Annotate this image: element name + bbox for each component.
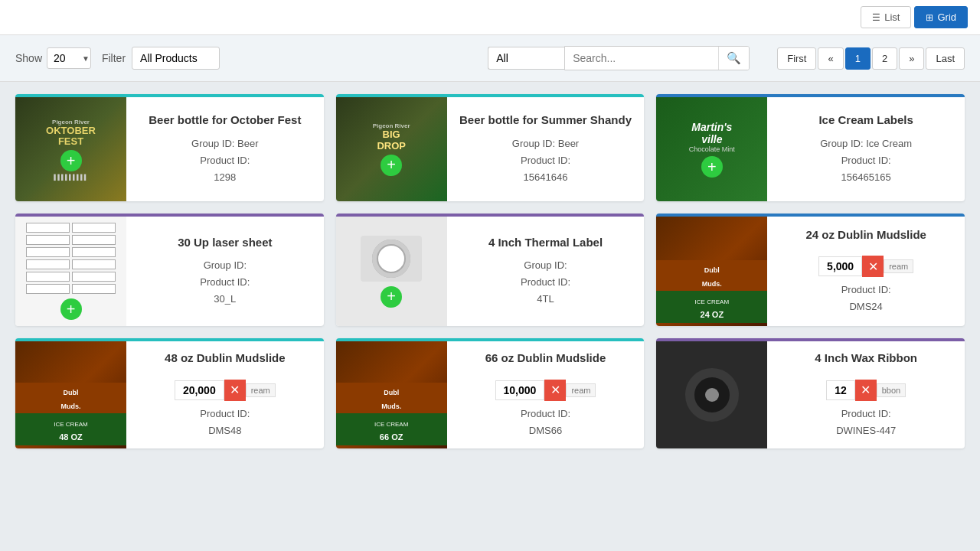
product-info-p9: 4 Inch Wax Ribbon 12 ✕ bbon Product ID: … [767, 341, 965, 448]
product-info-p8: 66 oz Dublin Mudslide 10,000 ✕ ream Prod… [447, 341, 645, 448]
grid-icon: ⊞ [926, 12, 933, 23]
product-title: 48 oz Dublin Mudslide [137, 350, 313, 366]
product-meta: Group ID: Product ID: 30_L [137, 257, 313, 308]
product-card-p9: 4 Inch Wax Ribbon 12 ✕ bbon Product ID: … [656, 338, 965, 448]
product-card-p3: Martin'sville Chocolate Mint + Ice Cream… [656, 94, 965, 201]
product-info-p5: 4 Inch Thermal Label Group ID: Product I… [447, 217, 645, 326]
product-card-p4: + 30 Up laser sheet Group ID: Product ID… [15, 214, 324, 326]
search-button[interactable]: 🔍 [718, 47, 749, 70]
show-select-group: Show 20 10 50 100 ▼ [15, 47, 90, 69]
remove-cart-button[interactable]: ✕ [862, 256, 884, 277]
product-title: Beer bottle for Summer Shandy [458, 112, 634, 128]
search-input-wrap: 🔍 [564, 46, 750, 70]
first-page-button[interactable]: First [777, 47, 816, 70]
remove-cart-button[interactable]: ✕ [855, 380, 877, 401]
product-image-p4: + [15, 217, 126, 326]
product-info-p7: 48 oz Dublin Mudslide 20,000 ✕ ream Prod… [126, 341, 324, 448]
show-select[interactable]: 20 10 50 100 [47, 47, 91, 69]
product-title: 4 Inch Thermal Label [458, 235, 634, 250]
filter-bar: Show 20 10 50 100 ▼ Filter All Products … [0, 35, 980, 82]
product-meta: Product ID: DMS66 [458, 406, 634, 439]
filter-dropdown[interactable]: All Products Beer Ice Cream Labels [132, 47, 220, 70]
product-meta: Group ID: Product ID: 4TL [458, 257, 634, 308]
product-info-p3: Ice Cream Labels Group ID: Ice Cream Pro… [767, 97, 965, 201]
product-meta: Product ID: DMS24 [778, 282, 954, 315]
product-image-p2: Pigeon River BIGDROP + [336, 97, 447, 201]
search-area: All Name Group ID Product ID 🔍 [488, 46, 750, 70]
product-card-p6: DublMuds. ICE CREAM24 OZ 24 oz Dublin Mu… [656, 214, 965, 326]
product-title: 4 Inch Wax Ribbon [778, 350, 954, 366]
top-bar: ☰ List ⊞ Grid [0, 0, 980, 35]
product-info-p4: 30 Up laser sheet Group ID: Product ID: … [126, 217, 324, 326]
remove-cart-button[interactable]: ✕ [544, 380, 566, 401]
product-info-p6: 24 oz Dublin Mudslide 5,000 ✕ ream Produ… [767, 217, 965, 326]
search-scope-select[interactable]: All Name Group ID Product ID [488, 47, 564, 70]
product-image-p1: Pigeon River OKTOBERFEST + ▌▌▌▌▌▌▌▌▌ [15, 97, 126, 201]
product-title: Ice Cream Labels [778, 112, 954, 128]
view-toggle: ☰ List ⊞ Grid [861, 6, 968, 28]
product-image-p3: Martin'sville Chocolate Mint + [656, 97, 767, 201]
prev-page-button[interactable]: « [818, 47, 843, 70]
product-image-p9 [656, 341, 767, 448]
product-title: Beer bottle for October Fest [137, 112, 313, 128]
product-image-p5: + [336, 217, 447, 326]
product-image-p6: DublMuds. ICE CREAM24 OZ [656, 217, 767, 326]
product-card-p5: + 4 Inch Thermal Label Group ID: Product… [336, 214, 645, 326]
product-card-p8: DublMuds. ICE CREAM66 OZ 66 oz Dublin Mu… [336, 338, 645, 448]
next-page-button[interactable]: » [899, 47, 924, 70]
product-grid: Pigeon River OKTOBERFEST + ▌▌▌▌▌▌▌▌▌ Bee… [15, 94, 965, 448]
remove-cart-button[interactable]: ✕ [224, 380, 246, 401]
product-meta: Group ID: Beer Product ID: 1298 [137, 135, 313, 186]
list-icon: ☰ [872, 12, 880, 23]
product-info-p1: Beer bottle for October Fest Group ID: B… [126, 97, 324, 201]
product-title: 66 oz Dublin Mudslide [458, 350, 634, 366]
product-meta: Group ID: Beer Product ID: 15641646 [458, 135, 634, 186]
product-title: 30 Up laser sheet [137, 235, 313, 250]
product-image-p7: DublMuds. ICE CREAM48 OZ [15, 341, 126, 448]
product-card-p2: Pigeon River BIGDROP + Beer bottle for S… [336, 94, 645, 201]
product-meta: Group ID: Ice Cream Product ID: 15646516… [778, 135, 954, 186]
product-card-p1: Pigeon River OKTOBERFEST + ▌▌▌▌▌▌▌▌▌ Bee… [15, 94, 324, 201]
product-info-p2: Beer bottle for Summer Shandy Group ID: … [447, 97, 645, 201]
current-page-button[interactable]: 1 [845, 47, 871, 70]
filter-label: Filter [102, 52, 126, 64]
list-view-button[interactable]: ☰ List [861, 6, 911, 28]
product-meta: Product ID: DWINES-447 [778, 406, 954, 439]
product-title: 24 oz Dublin Mudslide [778, 227, 954, 243]
product-card-p7: DublMuds. ICE CREAM48 OZ 48 oz Dublin Mu… [15, 338, 324, 448]
grid-view-button[interactable]: ⊞ Grid [914, 6, 968, 28]
product-image-p8: DublMuds. ICE CREAM66 OZ [336, 341, 447, 448]
pagination: First « 1 2 » Last [777, 47, 965, 70]
show-label: Show [15, 52, 42, 64]
last-page-button[interactable]: Last [926, 47, 965, 70]
search-input[interactable] [565, 47, 718, 69]
product-meta: Product ID: DMS48 [137, 406, 313, 439]
content-area: Pigeon River OKTOBERFEST + ▌▌▌▌▌▌▌▌▌ Bee… [0, 82, 980, 461]
next-page-number-button[interactable]: 2 [872, 47, 897, 70]
filter-select-group: Filter All Products Beer Ice Cream Label… [102, 47, 220, 70]
